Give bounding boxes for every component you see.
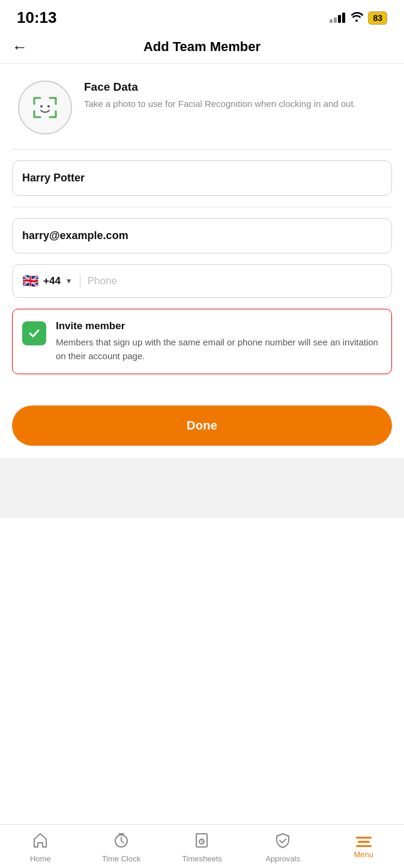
- status-time: 10:13: [17, 8, 57, 27]
- country-dropdown-chevron[interactable]: ▼: [65, 277, 73, 285]
- menu-icon: [356, 837, 372, 847]
- face-data-section: Face Data Take a photo to use for Facial…: [12, 64, 392, 149]
- email-input-group: [12, 218, 392, 253]
- done-button[interactable]: Done: [12, 405, 392, 446]
- nav-item-timesheets[interactable]: Timesheets: [161, 825, 243, 868]
- country-flag: 🇬🇧: [22, 275, 38, 288]
- email-input[interactable]: [12, 218, 392, 253]
- invite-title: Invite member: [56, 320, 382, 332]
- home-icon: [32, 832, 49, 851]
- nav-bar: Home Time Clock Timesheets: [0, 824, 404, 868]
- name-input-group: [12, 160, 392, 196]
- done-button-wrap: Done: [0, 405, 404, 458]
- phone-placeholder: Phone: [88, 275, 117, 287]
- spacer: [12, 387, 392, 405]
- nav-label-approvals: Approvals: [265, 854, 300, 863]
- wifi-icon: [350, 11, 363, 25]
- phone-input-row[interactable]: 🇬🇧 +44 ▼ Phone: [12, 264, 392, 298]
- status-icons: 83: [330, 11, 387, 25]
- divider-1: [12, 149, 392, 150]
- face-data-description: Take a photo to use for Facial Recogniti…: [84, 97, 356, 111]
- face-data-title: Face Data: [84, 80, 356, 94]
- approvals-icon: [274, 832, 291, 851]
- svg-point-0: [40, 105, 43, 108]
- face-data-text: Face Data Take a photo to use for Facial…: [84, 80, 356, 111]
- nav-label-home: Home: [30, 854, 51, 863]
- battery-indicator: 83: [368, 11, 387, 25]
- invite-member-section[interactable]: Invite member Members that sign up with …: [12, 309, 392, 374]
- signal-icon: [330, 13, 345, 23]
- header: ← Add Team Member: [0, 32, 404, 64]
- nav-item-home[interactable]: Home: [0, 825, 81, 868]
- phone-divider: [80, 275, 80, 288]
- nav-label-timesheets: Timesheets: [182, 854, 222, 863]
- nav-label-menu: Menu: [354, 850, 373, 859]
- gray-spacer: [0, 458, 404, 518]
- face-scan-icon: [29, 92, 61, 123]
- country-code: +44: [43, 275, 61, 287]
- bottom-nav: Home Time Clock Timesheets: [0, 852, 404, 868]
- invite-checkbox[interactable]: [22, 321, 46, 345]
- nav-item-timeclock[interactable]: Time Clock: [81, 825, 162, 868]
- name-input[interactable]: [12, 160, 392, 196]
- back-button[interactable]: ←: [12, 39, 28, 55]
- timeclock-icon: [113, 832, 130, 851]
- status-bar: 10:13 83: [0, 0, 404, 32]
- face-avatar[interactable]: [18, 80, 72, 135]
- nav-item-approvals[interactable]: Approvals: [243, 825, 324, 868]
- content-area: Face Data Take a photo to use for Facial…: [0, 64, 404, 405]
- invite-text: Invite member Members that sign up with …: [56, 320, 382, 363]
- svg-point-1: [47, 105, 50, 108]
- divider-2: [12, 207, 392, 207]
- page-title: Add Team Member: [34, 39, 370, 55]
- nav-label-timeclock: Time Clock: [102, 854, 141, 863]
- nav-item-menu[interactable]: Menu: [323, 825, 404, 868]
- timesheets-icon: [193, 832, 210, 851]
- invite-description: Members that sign up with the same email…: [56, 336, 382, 363]
